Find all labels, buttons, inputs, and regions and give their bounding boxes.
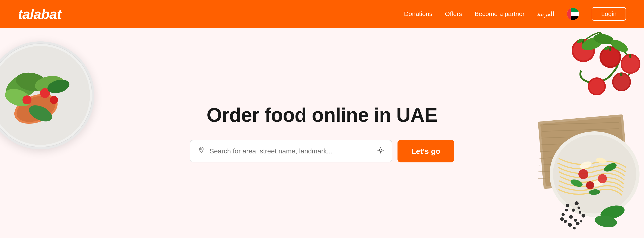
svg-point-67 [582, 214, 585, 217]
svg-point-73 [562, 213, 565, 216]
login-button[interactable]: Login [592, 7, 626, 21]
search-container: Let's go [190, 140, 454, 162]
svg-rect-51 [630, 54, 632, 58]
country-flag[interactable] [567, 8, 579, 20]
search-input[interactable] [210, 147, 372, 155]
hero-section: Order food online in UAE [0, 28, 644, 238]
svg-point-62 [574, 201, 578, 205]
svg-point-79 [379, 149, 382, 151]
header: talabat Donations Offers Become a partne… [0, 0, 644, 28]
food-image-left [0, 37, 103, 154]
svg-point-50 [622, 55, 639, 72]
logo[interactable]: talabat [18, 6, 61, 22]
svg-point-68 [564, 220, 567, 223]
svg-point-65 [574, 219, 577, 222]
svg-point-16 [22, 95, 32, 104]
svg-point-61 [572, 208, 575, 212]
svg-point-70 [573, 227, 576, 229]
svg-point-15 [50, 96, 58, 104]
svg-point-66 [578, 206, 580, 209]
svg-point-63 [578, 211, 581, 214]
location-pin-icon [198, 146, 205, 156]
nav-offers[interactable]: Offers [445, 10, 462, 18]
svg-point-78 [200, 148, 202, 150]
svg-point-72 [580, 220, 582, 222]
svg-rect-5 [571, 16, 579, 20]
nav-arabic[interactable]: العربية [537, 10, 554, 18]
svg-point-74 [565, 209, 568, 211]
svg-point-37 [586, 181, 594, 189]
nav-become-partner[interactable]: Become a partner [474, 10, 525, 18]
svg-point-64 [569, 215, 573, 219]
food-image-right [473, 28, 644, 238]
svg-point-71 [576, 222, 580, 225]
svg-point-69 [568, 223, 572, 227]
svg-rect-2 [567, 8, 571, 20]
gps-icon[interactable] [377, 146, 384, 156]
svg-rect-54 [620, 73, 622, 76]
svg-point-46 [601, 48, 620, 66]
svg-point-75 [560, 217, 564, 221]
svg-point-35 [578, 169, 588, 179]
svg-rect-4 [571, 12, 579, 16]
hero-title: Order food online in UAE [206, 103, 437, 126]
nav: Donations Offers Become a partner العربي… [404, 7, 626, 21]
svg-point-36 [598, 174, 607, 183]
lets-go-button[interactable]: Let's go [398, 140, 454, 162]
svg-point-60 [566, 204, 570, 207]
svg-point-56 [589, 79, 604, 94]
nav-donations[interactable]: Donations [404, 10, 432, 18]
search-box [190, 140, 392, 162]
svg-rect-3 [571, 8, 579, 12]
